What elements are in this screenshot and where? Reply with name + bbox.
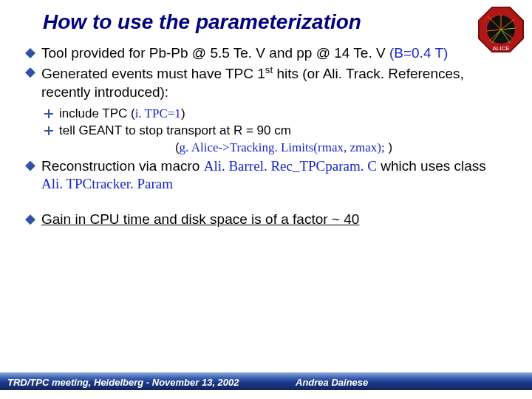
spacer (25, 194, 508, 211)
b3a: Reconstruction via macro (41, 158, 204, 174)
b2-sup: st (265, 64, 273, 75)
b1-blue: (B=0.4 T) (389, 45, 448, 61)
slide: How to use the parameterization ALICE To… (0, 0, 532, 399)
b1-main: Tool provided for Pb-Pb @ 5.5 Te. V and … (41, 45, 389, 61)
s2-code: g. Alice->Tracking. Limits(rmax, zmax); (180, 140, 385, 154)
diamond-icon (25, 48, 35, 58)
bullet-2: Generated events must have TPC 1st hits … (25, 64, 508, 101)
footer-left: TRD/TPC meeting, Heidelberg - November 1… (7, 377, 239, 388)
sub2-code-line: (g. Alice->Tracking. Limits(rmax, zmax);… (44, 140, 508, 156)
s2-paren-c: ) (385, 140, 392, 154)
diamond-icon (25, 214, 35, 225)
sub-bullet-1: include TPC (i. TPC=1) (44, 106, 508, 122)
diamond-icon (25, 161, 35, 171)
content-area: Tool provided for Pb-Pb @ 5.5 Te. V and … (0, 34, 532, 228)
s1b: ) (181, 106, 185, 120)
alice-logo: ALICE (477, 6, 525, 53)
plus-icon (44, 126, 53, 135)
svg-text:ALICE: ALICE (492, 45, 509, 52)
sub-bullet-2: tell GEANT to stop transport at R = 90 c… (44, 123, 508, 139)
footer: TRD/TPC meeting, Heidelberg - November 1… (0, 361, 532, 390)
bullet-3-text: Reconstruction via macro Ali. Barrel. Re… (41, 157, 508, 194)
b3-code2: Ali. TPCtracker. Param (41, 176, 173, 191)
sub-bullets: include TPC (i. TPC=1) tell GEANT to sto… (25, 103, 508, 157)
s1a: include TPC ( (59, 106, 135, 120)
sub2-text: tell GEANT to stop transport at R = 90 c… (59, 123, 508, 139)
b3b: which uses class (377, 158, 486, 174)
bullet-4-text: Gain in CPU time and disk space is of a … (41, 211, 508, 228)
bullet-1: Tool provided for Pb-Pb @ 5.5 Te. V and … (25, 44, 508, 62)
bullet-4: Gain in CPU time and disk space is of a … (25, 211, 508, 228)
b3-code1: Ali. Barrel. Rec_TPCparam. C (204, 158, 377, 174)
bullet-1-text: Tool provided for Pb-Pb @ 5.5 Te. V and … (41, 44, 508, 62)
bullet-2-text: Generated events must have TPC 1st hits … (41, 64, 508, 101)
sub1-text: include TPC (i. TPC=1) (59, 106, 508, 122)
b2-pre: Generated events must have TPC 1 (41, 66, 265, 82)
diamond-icon (25, 67, 35, 78)
plus-icon (44, 109, 53, 118)
footer-right: Andrea Dainese (296, 377, 368, 388)
s1-code: i. TPC=1 (135, 106, 181, 120)
bullet-3: Reconstruction via macro Ali. Barrel. Re… (25, 157, 508, 194)
slide-title: How to use the parameterization (0, 0, 532, 34)
